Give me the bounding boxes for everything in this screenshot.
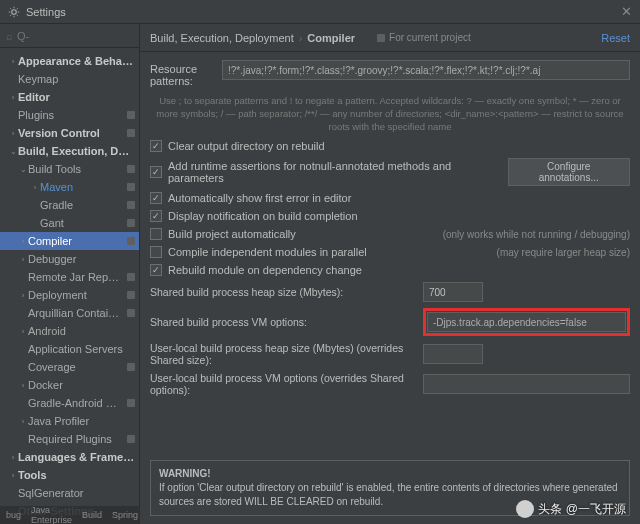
sidebar-item-docker[interactable]: ›Docker (0, 376, 139, 394)
chevron-right-icon: › (8, 129, 18, 138)
sidebar-item-build-execution-deployment[interactable]: ⌄Build, Execution, Deployment (0, 142, 139, 160)
sidebar-item-java-profiler[interactable]: ›Java Profiler (0, 412, 139, 430)
checkbox-label: Build project automatically (168, 228, 296, 240)
sidebar-item-label: Keymap (18, 73, 135, 85)
svg-point-0 (12, 9, 17, 14)
resource-patterns-input[interactable] (222, 60, 630, 80)
sidebar-item-debugger[interactable]: ›Debugger (0, 250, 139, 268)
sidebar-item-label: Java Profiler (28, 415, 135, 427)
chevron-right-icon: › (8, 453, 18, 462)
sidebar-item-label: Arquillian Containers (28, 307, 124, 319)
sidebar-item-languages-frameworks[interactable]: ›Languages & Frameworks (0, 448, 139, 466)
checkbox-label: Rebuild module on dependency change (168, 264, 362, 276)
checkbox-hint: (only works while not running / debuggin… (443, 229, 630, 240)
field-label: User-local build process VM options (ove… (150, 372, 415, 396)
tool-tab[interactable]: Java Enterprise (31, 505, 72, 524)
chevron-right-icon: › (18, 327, 28, 336)
chevron-right-icon: › (8, 57, 18, 66)
sidebar-item-compiler[interactable]: ›Compiler (0, 232, 139, 250)
scope-badge-icon (127, 399, 135, 407)
tool-tab[interactable]: bug (6, 510, 21, 520)
vm-options-input[interactable] (427, 312, 626, 332)
scope-badge-icon (127, 111, 135, 119)
field-label: Shared build process heap size (Mbytes): (150, 286, 415, 298)
sidebar-item-label: Android (28, 325, 135, 337)
sidebar-item-arquillian-containers[interactable]: Arquillian Containers (0, 304, 139, 322)
field-input[interactable] (423, 282, 483, 302)
field-input[interactable] (423, 344, 483, 364)
chevron-right-icon: › (18, 291, 28, 300)
scope-badge-icon (127, 183, 135, 191)
sidebar-item-build-tools[interactable]: ⌄Build Tools (0, 160, 139, 178)
sidebar-item-label: Maven (40, 181, 124, 193)
sidebar-item-gradle-android-compiler[interactable]: Gradle-Android Compiler (0, 394, 139, 412)
sidebar: ⌕ ›Appearance & BehaviorKeymap›EditorPlu… (0, 24, 140, 524)
chevron-right-icon: › (299, 32, 303, 44)
bottom-toolbar: bug Java Enterprise Build Spring (0, 506, 140, 524)
scope-badge-icon (127, 201, 135, 209)
search-input[interactable] (17, 30, 133, 42)
scope-badge-icon (127, 237, 135, 245)
scope-badge: For current project (377, 32, 471, 43)
sidebar-item-deployment[interactable]: ›Deployment (0, 286, 139, 304)
close-icon[interactable]: ✕ (621, 4, 632, 19)
tool-tab[interactable]: Build (82, 510, 102, 520)
sidebar-item-version-control[interactable]: ›Version Control (0, 124, 139, 142)
sidebar-item-label: Remote Jar Repositories (28, 271, 124, 283)
sidebar-item-required-plugins[interactable]: Required Plugins (0, 430, 139, 448)
sidebar-item-android[interactable]: ›Android (0, 322, 139, 340)
checkbox-label: Display notification on build completion (168, 210, 358, 222)
sidebar-item-coverage[interactable]: Coverage (0, 358, 139, 376)
checkbox[interactable] (150, 166, 162, 178)
sidebar-item-label: Gradle (40, 199, 124, 211)
checkbox-hint: (may require larger heap size) (497, 247, 630, 258)
checkbox-label: Automatically show first error in editor (168, 192, 351, 204)
sidebar-item-label: Coverage (28, 361, 124, 373)
sidebar-item-label: Build Tools (28, 163, 124, 175)
sidebar-item-tools[interactable]: ›Tools (0, 466, 139, 484)
sidebar-item-application-servers[interactable]: Application Servers (0, 340, 139, 358)
resource-patterns-hint: Use ; to separate patterns and ! to nega… (150, 93, 630, 137)
sidebar-item-label: Compiler (28, 235, 124, 247)
checkbox[interactable] (150, 246, 162, 258)
breadcrumb-item[interactable]: Build, Execution, Deployment (150, 32, 294, 44)
sidebar-item-plugins[interactable]: Plugins (0, 106, 139, 124)
sidebar-item-label: Gradle-Android Compiler (28, 397, 124, 409)
checkbox[interactable] (150, 210, 162, 222)
scope-badge-icon (127, 309, 135, 317)
checkbox[interactable] (150, 228, 162, 240)
checkbox[interactable] (150, 192, 162, 204)
chevron-right-icon: › (18, 381, 28, 390)
field-input[interactable] (423, 374, 630, 394)
sidebar-item-editor[interactable]: ›Editor (0, 88, 139, 106)
checkbox[interactable] (150, 264, 162, 276)
chevron-down-icon: ⌄ (8, 147, 18, 156)
sidebar-item-keymap[interactable]: Keymap (0, 70, 139, 88)
field-label: User-local build process heap size (Mbyt… (150, 342, 415, 366)
sidebar-item-label: Application Servers (28, 343, 135, 355)
reset-link[interactable]: Reset (601, 32, 630, 44)
field-label: Shared build process VM options: (150, 316, 415, 328)
chevron-right-icon: › (30, 183, 40, 192)
sidebar-item-sqlgenerator[interactable]: SqlGenerator (0, 484, 139, 502)
sidebar-item-label: Editor (18, 91, 135, 103)
checkbox-label: Add runtime assertions for notnull-annot… (168, 160, 492, 184)
scope-badge-icon (127, 435, 135, 443)
search-box[interactable]: ⌕ (0, 24, 139, 48)
sidebar-item-label: Docker (28, 379, 135, 391)
configure-annotations-button[interactable]: Configure annotations... (508, 158, 631, 186)
sidebar-item-label: Tools (18, 469, 135, 481)
checkbox[interactable] (150, 140, 162, 152)
sidebar-item-maven[interactable]: ›Maven (0, 178, 139, 196)
sidebar-item-label: Gant (40, 217, 124, 229)
watermark: 头条 @一飞开源 (516, 500, 626, 518)
sidebar-item-label: SqlGenerator (18, 487, 135, 499)
sidebar-item-gradle[interactable]: Gradle (0, 196, 139, 214)
sidebar-item-appearance-behavior[interactable]: ›Appearance & Behavior (0, 52, 139, 70)
tool-tab[interactable]: Spring (112, 510, 138, 520)
sidebar-item-label: Appearance & Behavior (18, 55, 135, 67)
sidebar-item-remote-jar-repositories[interactable]: Remote Jar Repositories (0, 268, 139, 286)
sidebar-item-gant[interactable]: Gant (0, 214, 139, 232)
sidebar-item-label: Languages & Frameworks (18, 451, 135, 463)
breadcrumb: Build, Execution, Deployment › Compiler … (150, 32, 601, 44)
